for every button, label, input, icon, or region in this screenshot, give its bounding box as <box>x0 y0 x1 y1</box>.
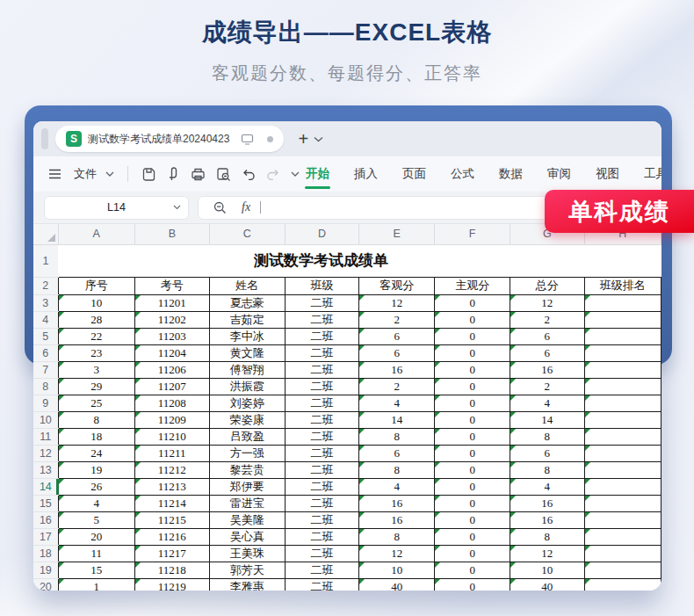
cell[interactable]: 11203 <box>134 328 209 344</box>
ribbon-tab-视图[interactable]: 视图 <box>583 156 632 192</box>
row-header-17[interactable]: 17 <box>33 528 58 545</box>
cell[interactable]: 0 <box>435 411 510 428</box>
cell[interactable]: 0 <box>435 511 510 528</box>
cell[interactable]: 方一强 <box>209 445 285 461</box>
cell[interactable]: 刘姿婷 <box>209 395 285 411</box>
cell[interactable]: 24 <box>58 445 134 461</box>
output-pdf-icon[interactable] <box>167 167 180 182</box>
cell[interactable]: 12 <box>359 294 435 311</box>
cell[interactable] <box>584 545 661 562</box>
cell[interactable]: 2 <box>359 378 435 395</box>
cell[interactable]: 郑伊要 <box>209 478 285 495</box>
cell[interactable]: 11210 <box>134 428 209 445</box>
column-title-cell[interactable]: 客观分 <box>359 277 435 294</box>
cell[interactable]: 4 <box>510 395 584 411</box>
cell[interactable] <box>584 428 661 445</box>
save-icon[interactable] <box>141 167 156 182</box>
cell[interactable]: 11214 <box>134 495 209 511</box>
cell[interactable]: 11202 <box>134 311 209 328</box>
row-header-4[interactable]: 4 <box>33 311 58 328</box>
name-box-chevron-icon[interactable] <box>173 205 181 210</box>
cell[interactable]: 二班 <box>285 461 358 478</box>
cell[interactable]: 16 <box>510 361 584 378</box>
cell[interactable]: 2 <box>359 311 435 328</box>
cell[interactable]: 夏志豪 <box>209 294 285 311</box>
cell[interactable]: 15 <box>58 562 134 578</box>
cell[interactable]: 雷进宝 <box>209 495 285 511</box>
cell[interactable]: 12 <box>359 545 435 562</box>
row-header-20[interactable]: 20 <box>33 578 58 591</box>
cell[interactable]: 二班 <box>285 344 358 361</box>
cell[interactable]: 23 <box>58 344 134 361</box>
hamburger-icon[interactable] <box>48 169 61 179</box>
cell[interactable]: 20 <box>58 528 134 545</box>
cell[interactable]: 吕致盈 <box>209 428 285 445</box>
cell[interactable]: 11213 <box>134 478 209 495</box>
column-header-D[interactable]: D <box>285 224 358 244</box>
cell[interactable]: 10 <box>510 562 584 578</box>
cell[interactable]: 黎芸贵 <box>209 461 285 478</box>
row-header-7[interactable]: 7 <box>33 361 58 378</box>
cell[interactable]: 10 <box>58 294 134 311</box>
cell[interactable]: 14 <box>510 411 584 428</box>
cell[interactable] <box>584 311 661 328</box>
cell[interactable]: 傅智翔 <box>209 361 285 378</box>
cell[interactable] <box>584 578 661 591</box>
row-header-3[interactable]: 3 <box>33 294 58 311</box>
cell[interactable]: 11208 <box>134 395 209 411</box>
cell[interactable] <box>584 294 661 311</box>
column-header-E[interactable]: E <box>359 224 435 244</box>
cell[interactable]: 6 <box>510 344 584 361</box>
row-header-5[interactable]: 5 <box>33 328 58 344</box>
cell[interactable]: 0 <box>435 344 510 361</box>
cell[interactable]: 二班 <box>285 528 358 545</box>
cell[interactable]: 16 <box>510 511 584 528</box>
cell[interactable]: 0 <box>435 461 510 478</box>
row-header-13[interactable]: 13 <box>33 461 58 478</box>
column-title-cell[interactable]: 总分 <box>510 277 584 294</box>
cell[interactable]: 吴美隆 <box>209 511 285 528</box>
cell[interactable] <box>584 411 661 428</box>
cell[interactable]: 11218 <box>134 562 209 578</box>
cell[interactable]: 8 <box>510 528 584 545</box>
cell[interactable]: 16 <box>359 495 435 511</box>
file-menu-button[interactable]: 文件 <box>74 166 97 182</box>
cell[interactable]: 2 <box>510 378 584 395</box>
row-header-2[interactable]: 2 <box>33 277 58 294</box>
cell[interactable]: 11216 <box>134 528 209 545</box>
cell[interactable]: 0 <box>435 294 510 311</box>
cell[interactable]: 19 <box>58 461 134 478</box>
cell[interactable]: 11209 <box>134 411 209 428</box>
cell[interactable]: 二班 <box>285 311 358 328</box>
cell[interactable]: 二班 <box>285 478 358 495</box>
cell[interactable]: 二班 <box>285 361 358 378</box>
new-tab-button[interactable]: + <box>298 130 308 148</box>
cell[interactable]: 荣姿康 <box>209 411 285 428</box>
row-header-6[interactable]: 6 <box>33 344 58 361</box>
row-header-12[interactable]: 12 <box>33 445 58 461</box>
cell[interactable]: 0 <box>435 495 510 511</box>
cell[interactable]: 0 <box>435 445 510 461</box>
cell[interactable]: 11215 <box>134 511 209 528</box>
ribbon-tab-插入[interactable]: 插入 <box>342 156 390 192</box>
column-header-F[interactable]: F <box>435 224 510 244</box>
cell[interactable] <box>584 478 661 495</box>
cell[interactable]: 吴心真 <box>209 528 285 545</box>
file-menu-chevron-icon[interactable] <box>105 171 114 177</box>
cell[interactable]: 4 <box>510 478 584 495</box>
cell[interactable]: 二班 <box>285 545 358 562</box>
row-header-18[interactable]: 18 <box>33 545 58 562</box>
zoom-out-icon[interactable] <box>213 201 227 214</box>
cell[interactable]: 0 <box>435 395 510 411</box>
row-header-10[interactable]: 10 <box>33 411 58 428</box>
column-header-A[interactable]: A <box>58 224 134 244</box>
cell[interactable]: 二班 <box>285 511 358 528</box>
ribbon-tab-数据[interactable]: 数据 <box>487 156 535 192</box>
cell[interactable]: 0 <box>435 328 510 344</box>
cell[interactable]: 二班 <box>285 294 358 311</box>
cell[interactable] <box>584 461 661 478</box>
cell[interactable]: 10 <box>359 562 435 578</box>
cell[interactable]: 11211 <box>134 445 209 461</box>
row-header-19[interactable]: 19 <box>33 562 58 578</box>
cell[interactable]: 25 <box>58 395 134 411</box>
